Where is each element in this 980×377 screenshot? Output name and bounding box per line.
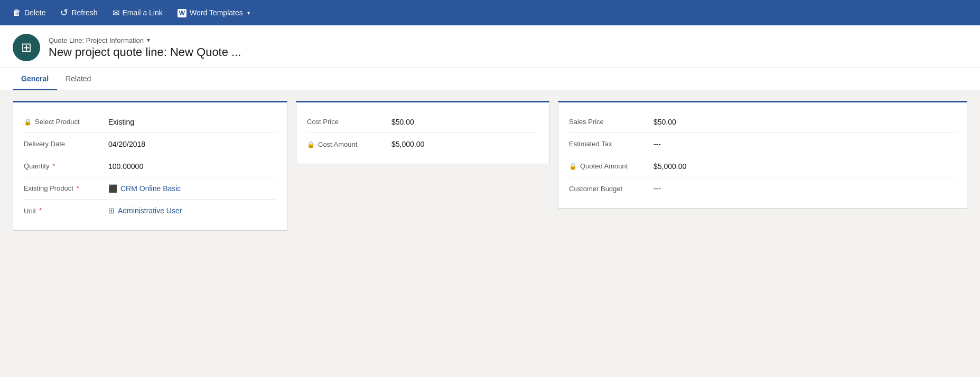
unit-label: Unit *: [24, 207, 108, 215]
tabs-area: General Related: [0, 68, 980, 90]
delivery-date-value: 04/20/2018: [108, 140, 145, 148]
entity-icon: [13, 34, 40, 61]
chevron-down-icon: ▾: [147, 36, 150, 44]
left-card: Select Product Existing Delivery Date 04…: [13, 101, 287, 231]
field-row-customer-budget: Customer Budget ---: [569, 177, 956, 200]
delete-button[interactable]: Delete: [6, 5, 52, 21]
select-product-value: Existing: [108, 118, 134, 126]
breadcrumb[interactable]: Quote Line: Project Information ▾: [49, 36, 241, 44]
email-link-button[interactable]: Email a Link: [106, 5, 169, 21]
box-icon: ⬛: [108, 184, 117, 193]
toolbar: Delete Refresh Email a Link Word Templat…: [0, 0, 980, 25]
refresh-icon: [60, 7, 68, 18]
quoted-amount-value: $5,000.00: [654, 162, 686, 171]
select-product-label: Select Product: [24, 118, 108, 126]
refresh-label: Refresh: [71, 8, 97, 17]
cost-amount-label: Cost Amount: [307, 140, 391, 148]
email-icon: [113, 8, 119, 18]
customer-budget-label: Customer Budget: [569, 185, 654, 193]
refresh-button[interactable]: Refresh: [54, 4, 104, 22]
quantity-label: Quantity *: [24, 162, 108, 170]
cost-price-value: $50.00: [391, 118, 414, 126]
existing-product-label: Existing Product *: [24, 184, 108, 192]
field-row-quantity: Quantity * 100.00000: [24, 155, 276, 177]
lock-icon: [307, 140, 315, 148]
field-row-unit: Unit * ⊞ Administrative User: [24, 200, 276, 222]
field-row-existing-product: Existing Product * ⬛ CRM Online Basic: [24, 177, 276, 200]
estimated-tax-value: ---: [654, 140, 661, 148]
lock-icon: [24, 118, 32, 126]
customer-budget-value: ---: [654, 184, 661, 193]
grid-link-icon: ⊞: [108, 206, 115, 215]
cost-amount-value: $5,000.00: [391, 140, 424, 148]
main-content: Select Product Existing Delivery Date 04…: [0, 90, 980, 377]
sales-price-label: Sales Price: [569, 118, 654, 126]
required-star: *: [77, 185, 79, 192]
tabs: General Related: [13, 68, 967, 90]
word-icon: [178, 8, 186, 17]
cost-price-label: Cost Price: [307, 118, 391, 126]
estimated-tax-label: Estimated Tax: [569, 140, 654, 148]
field-row-cost-amount: Cost Amount $5,000.00: [307, 133, 538, 155]
field-row-estimated-tax: Estimated Tax ---: [569, 133, 956, 155]
quantity-value: 100.00000: [108, 162, 143, 171]
field-row-sales-price: Sales Price $50.00: [569, 111, 956, 133]
required-star: *: [39, 207, 42, 214]
unit-link[interactable]: ⊞ Administrative User: [108, 206, 182, 215]
lock-icon: [569, 162, 577, 170]
middle-card: Cost Price $50.00 Cost Amount $5,000.00: [296, 101, 549, 164]
required-star: *: [52, 163, 55, 170]
word-templates-button[interactable]: Word Templates ▾: [171, 5, 256, 21]
tab-general[interactable]: General: [13, 68, 57, 90]
chevron-down-icon: ▾: [247, 10, 250, 16]
right-card: Sales Price $50.00 Estimated Tax --- Quo…: [558, 101, 967, 209]
header-area: Quote Line: Project Information ▾ New pr…: [0, 25, 980, 68]
cards-row: Select Product Existing Delivery Date 04…: [13, 101, 967, 231]
email-label: Email a Link: [123, 8, 163, 17]
field-row-quoted-amount: Quoted Amount $5,000.00: [569, 155, 956, 177]
delete-icon: [13, 8, 21, 17]
delete-label: Delete: [24, 8, 45, 17]
quoted-amount-label: Quoted Amount: [569, 162, 654, 170]
sales-price-value: $50.00: [654, 118, 676, 126]
header-text: Quote Line: Project Information ▾ New pr…: [49, 36, 241, 59]
breadcrumb-text: Quote Line: Project Information: [49, 36, 144, 44]
field-row-select-product: Select Product Existing: [24, 111, 276, 133]
grid-icon: [21, 40, 32, 55]
field-row-cost-price: Cost Price $50.00: [307, 111, 538, 133]
existing-product-link[interactable]: ⬛ CRM Online Basic: [108, 184, 181, 193]
field-row-delivery-date: Delivery Date 04/20/2018: [24, 133, 276, 155]
tab-related[interactable]: Related: [57, 68, 99, 90]
word-templates-label: Word Templates: [190, 8, 243, 17]
page-title: New project quote line: New Quote ...: [49, 45, 241, 59]
delivery-date-label: Delivery Date: [24, 140, 108, 148]
